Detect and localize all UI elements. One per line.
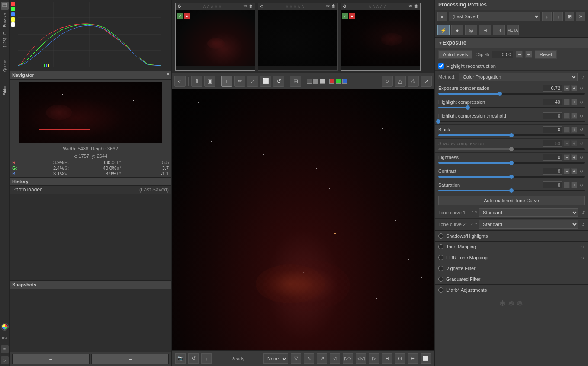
profile-copy-btn[interactable]: ⊞: [565, 12, 574, 21]
profile-load-btn[interactable]: ↓: [542, 12, 552, 21]
add-tool-button[interactable]: +: [221, 76, 232, 87]
black-track[interactable]: [438, 134, 585, 136]
tone-curve-1-reset[interactable]: ↺: [581, 210, 585, 215]
saturation-reset[interactable]: ↺: [578, 182, 585, 188]
thumb-eye-icon-2[interactable]: 👁: [326, 4, 330, 9]
graduated-filter-header[interactable]: Graduated Filter: [435, 274, 588, 284]
hl-comp-track[interactable]: [438, 107, 585, 108]
thumbnail-3[interactable]: ⚙ ☆☆☆☆☆ 👁 🗑 ✓ ■: [341, 3, 421, 71]
zoom-fit-btn[interactable]: ⊙: [395, 353, 405, 364]
lightness-track[interactable]: [438, 162, 585, 164]
snapshot-remove-button[interactable]: −: [91, 354, 169, 364]
copy-button[interactable]: ⊞: [290, 76, 301, 87]
hl-comp-minus[interactable]: −: [564, 99, 570, 105]
snapshot-add-button[interactable]: +: [12, 354, 90, 364]
transform-select[interactable]: None: [263, 353, 288, 364]
lightness-reset[interactable]: ↺: [578, 154, 585, 160]
thumb-trash-icon-3[interactable]: 🗑: [414, 4, 418, 9]
tone-curve-2-select[interactable]: Standard: [479, 220, 578, 229]
tool-tab-meta[interactable]: META: [507, 25, 519, 35]
tone-curve-2-reset[interactable]: ↺: [581, 222, 585, 227]
clip-minus-btn[interactable]: −: [516, 51, 523, 58]
tool-tab-raw[interactable]: ⊡: [493, 25, 505, 35]
circle-button[interactable]: ○: [382, 76, 393, 87]
exposure-comp-reset[interactable]: ↺: [578, 85, 585, 91]
highlight-reconstruction-checkbox[interactable]: [438, 63, 444, 69]
black-minus[interactable]: −: [564, 127, 570, 133]
thumb-trash-icon-2[interactable]: 🗑: [331, 4, 336, 9]
black-plus[interactable]: +: [571, 127, 577, 133]
bottom-nav-btn-1[interactable]: ↖: [304, 353, 314, 364]
hl-thresh-thumb[interactable]: [436, 119, 440, 124]
bottom-transform-btn[interactable]: ▽: [291, 353, 301, 364]
rotate-button[interactable]: ↺: [273, 76, 284, 87]
hl-comp-thumb[interactable]: [466, 105, 470, 110]
hdr-tone-mapping-header[interactable]: HDR Tone Mapping ↑↓: [435, 252, 588, 263]
bottom-nav-btn-6[interactable]: ▷: [369, 353, 379, 364]
bottom-save-btn[interactable]: ↓: [201, 353, 212, 364]
method-reset-icon[interactable]: ↺: [581, 75, 585, 80]
sidebar-label-filebrowser[interactable]: File Browser: [3, 11, 7, 36]
info-button[interactable]: ℹ: [191, 76, 202, 87]
bottom-nav-btn-3[interactable]: ◁: [330, 353, 340, 364]
tone-curve-2-icon[interactable]: ⟋▽: [469, 221, 476, 228]
bottom-refresh-btn[interactable]: ↺: [188, 353, 199, 364]
clip-value-input[interactable]: 0.00: [492, 51, 513, 58]
color-picker-mid[interactable]: [313, 79, 318, 84]
method-select[interactable]: Color Propagation: [459, 73, 578, 81]
zoom-out-btn[interactable]: ⊖: [382, 353, 392, 364]
hl-thresh-track[interactable]: [438, 121, 585, 122]
saturation-track[interactable]: [438, 190, 585, 191]
color-picker-bg[interactable]: [307, 79, 312, 84]
profile-delete-btn[interactable]: ✕: [576, 12, 585, 21]
history-row[interactable]: Photo loaded (Last Saved): [10, 186, 171, 194]
contrast-plus[interactable]: +: [571, 168, 577, 174]
lightness-thumb[interactable]: [509, 161, 514, 165]
exposure-comp-track[interactable]: [438, 93, 585, 95]
saturation-minus[interactable]: −: [564, 182, 570, 188]
bottom-nav-btn-5[interactable]: ◁◁: [356, 353, 366, 364]
image-view[interactable]: [172, 89, 434, 350]
warning-button[interactable]: △: [395, 76, 406, 87]
thumbnail-2[interactable]: ⚙ ☆☆☆☆☆ 👁 🗑: [258, 3, 338, 71]
bottom-nav-btn-2[interactable]: ↗: [317, 353, 327, 364]
hl-thresh-minus[interactable]: −: [564, 113, 570, 119]
sidebar-icon-filebrowser[interactable]: [1, 2, 9, 10]
tone-curve-1-select[interactable]: Standard: [479, 208, 578, 217]
clip-plus-btn[interactable]: +: [525, 51, 532, 58]
auto-tone-curve-button[interactable]: Auto-matched Tone Curve: [438, 196, 585, 205]
lab-adjustments-header[interactable]: L*a*b* Adjustments: [435, 285, 588, 295]
tool-tab-color[interactable]: ●: [451, 25, 463, 35]
lightness-minus[interactable]: −: [564, 154, 570, 160]
tone-mapping-header[interactable]: Tone Mapping ↑↓: [435, 242, 588, 252]
hl-comp-reset[interactable]: ↺: [578, 99, 585, 105]
profile-select[interactable]: (Last Saved): [449, 12, 540, 21]
thumb-eye-icon-3[interactable]: 👁: [408, 4, 413, 9]
select-button[interactable]: ⟋: [247, 76, 258, 87]
tool-tab-detail[interactable]: ◎: [465, 25, 477, 35]
exposure-comp-thumb[interactable]: [498, 92, 502, 96]
exposure-comp-plus[interactable]: +: [571, 85, 577, 91]
bottom-camera-btn[interactable]: 📷: [175, 353, 186, 364]
thumb-trash-icon-1[interactable]: 🗑: [249, 4, 253, 9]
black-reset[interactable]: ↺: [578, 127, 585, 133]
zoom-100-btn[interactable]: ⬜: [421, 353, 431, 364]
lightness-plus[interactable]: +: [571, 154, 577, 160]
tool-tab-transform[interactable]: ⊞: [479, 25, 491, 35]
sidebar-icon-sliders[interactable]: ≡: [1, 345, 9, 353]
color-picker-g[interactable]: [336, 79, 341, 84]
sidebar-icon-arrow[interactable]: ▷: [1, 356, 9, 364]
reset-button[interactable]: Reset: [535, 50, 557, 59]
exposure-comp-minus[interactable]: −: [564, 85, 570, 91]
auto-levels-button[interactable]: Auto Levels: [438, 50, 472, 59]
saturation-thumb[interactable]: [509, 188, 514, 193]
exclaim-button[interactable]: ⚠: [408, 76, 419, 87]
vignette-filter-header[interactable]: Vignette Filter: [435, 263, 588, 274]
saturation-plus[interactable]: +: [571, 182, 577, 188]
sidebar-label-editor[interactable]: Editor: [3, 84, 7, 98]
hl-thresh-reset[interactable]: ↺: [578, 113, 585, 119]
zoom-in-btn[interactable]: ⊕: [408, 353, 418, 364]
histogram-button[interactable]: ▣: [204, 76, 215, 87]
profile-list-icon[interactable]: ≡: [437, 12, 447, 21]
back-button[interactable]: ◁: [174, 76, 186, 87]
